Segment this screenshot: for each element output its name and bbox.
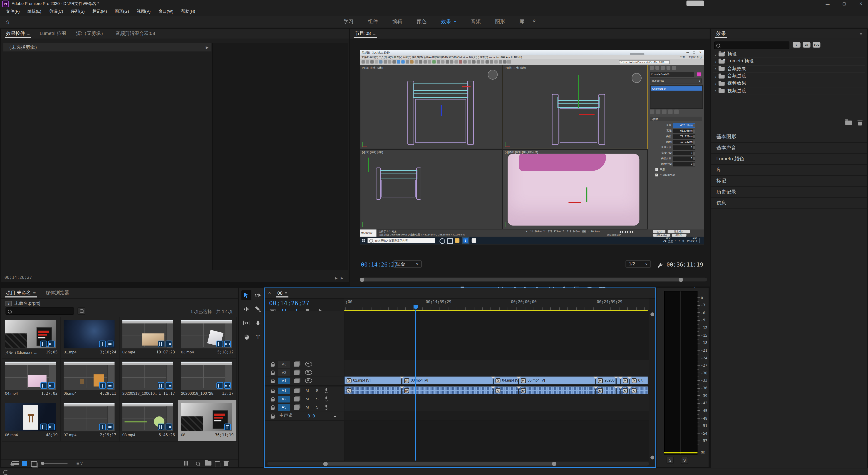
lane-V2[interactable]	[344, 368, 649, 377]
tool-type[interactable]: T	[253, 332, 263, 342]
panel-menu-icon[interactable]: ≡	[373, 31, 375, 36]
new-item-icon[interactable]	[215, 461, 220, 467]
tool-track-select[interactable]	[253, 291, 263, 300]
sync-lock-icon[interactable]	[294, 362, 299, 366]
track-header-A3[interactable]: A3 M S	[265, 403, 344, 412]
vscroll-handle-bottom[interactable]	[650, 456, 654, 460]
sort-icon[interactable]: ≡ ˅	[76, 461, 83, 466]
voiceover-record-icon[interactable]	[325, 388, 328, 393]
freeform-view-icon[interactable]	[31, 461, 37, 467]
chevron-right-icon[interactable]: ›	[713, 74, 719, 79]
tool-slip[interactable]	[241, 318, 251, 328]
project-item-1[interactable]: 01.mp43;10;24	[61, 317, 120, 359]
effects-tree-item-2[interactable]: › 音频效果	[713, 66, 865, 73]
voiceover-record-icon[interactable]	[325, 397, 328, 402]
settings-wrench-icon[interactable]	[657, 261, 663, 268]
track-target-A3[interactable]: A3	[278, 404, 290, 411]
close-sequence-icon[interactable]: ✕	[268, 291, 271, 295]
effects-tree-item-1[interactable]: › ★ Lumetri 预设	[713, 58, 865, 66]
track-header-V1[interactable]: V1	[265, 377, 344, 385]
lane-V1[interactable]: fx 02.mp4 [V] fx 03.mp4 [V] fx 04.mp4 [V…	[344, 377, 649, 385]
project-item-2[interactable]: 02.mp410;07;23	[120, 317, 178, 359]
hscroll-handle-right[interactable]	[552, 462, 556, 466]
lock-icon[interactable]	[271, 362, 275, 366]
panel-menu-icon[interactable]: ≡	[33, 291, 36, 296]
menu-item-1[interactable]: 编辑(E)	[24, 9, 45, 14]
sync-lock-icon[interactable]	[294, 388, 299, 393]
menu-item-7[interactable]: 窗口(W)	[154, 9, 177, 14]
lock-icon[interactable]	[271, 388, 275, 393]
workspace-tab-5[interactable]: 音频	[471, 18, 481, 25]
menu-item-4[interactable]: 标记(M)	[89, 9, 111, 14]
track-target-V3[interactable]: V3	[278, 361, 290, 367]
track-target-A2[interactable]: A2	[278, 396, 290, 402]
sync-lock-icon[interactable]	[294, 405, 299, 409]
chevron-right-icon[interactable]: ›	[713, 59, 719, 64]
lane-A2[interactable]	[344, 395, 649, 404]
lock-icon[interactable]	[271, 405, 275, 409]
panel-menu-icon[interactable]: ≡	[27, 31, 30, 36]
effect-controls-play-icons[interactable]: ▶ ▶	[335, 276, 344, 280]
time-ruler[interactable]: ;0000;14;59;2900;20;00;0000;24;59;29	[344, 299, 649, 310]
track-lanes[interactable]: fx 02.mp4 [V] fx 03.mp4 [V] fx 04.mp4 [V…	[344, 311, 649, 461]
workspace-overflow-icon[interactable]: »	[533, 17, 536, 23]
effects-tree-item-3[interactable]: › 音频过渡	[713, 73, 865, 80]
effects-tree-item-4[interactable]: › 视频效果	[713, 80, 865, 88]
track-target-A1[interactable]: A1	[278, 387, 290, 394]
workspace-tab-3[interactable]: 颜色	[417, 18, 427, 25]
monitor-zoom-scrollbar[interactable]	[360, 278, 707, 281]
fx-badge-icon[interactable]: fx	[623, 378, 627, 383]
automate-to-sequence-icon[interactable]	[184, 461, 189, 466]
collapsed-panel-2[interactable]: Lumetri 颜色	[711, 154, 867, 165]
menu-item-0[interactable]: 文件(F)	[2, 9, 24, 14]
maximize-button[interactable]: ▢	[837, 0, 851, 8]
effects-filter-badge-1[interactable]: 32	[803, 42, 810, 47]
track-header-A1[interactable]: A1 M S	[265, 386, 344, 395]
collapsed-panel-4[interactable]: 标记	[711, 176, 867, 187]
fx-badge-icon[interactable]: fx	[404, 388, 409, 393]
timeline-hscrollbar[interactable]	[267, 462, 649, 466]
lock-icon[interactable]	[271, 370, 275, 375]
audio-clip-0[interactable]: fx	[344, 387, 401, 395]
workspace-tab-0[interactable]: 学习	[344, 18, 353, 25]
new-custom-bin-icon[interactable]	[845, 121, 852, 125]
menu-item-3[interactable]: 序列(S)	[67, 9, 89, 14]
track-target-V1[interactable]: V1	[278, 377, 290, 384]
workspace-tab-7[interactable]: 库	[519, 18, 524, 25]
tool-ripple-edit[interactable]	[241, 304, 251, 314]
audio-clip-7[interactable]: fx	[629, 387, 648, 395]
lock-icon[interactable]	[271, 378, 275, 383]
lock-icon[interactable]	[271, 397, 275, 401]
timeline-timecode[interactable]: 00;14;26;27	[269, 300, 310, 307]
video-clip-3[interactable]: fx 05.mp4 [V]	[519, 377, 595, 384]
fx-badge-icon[interactable]: fx	[496, 388, 500, 393]
zoom-slider[interactable]	[42, 463, 67, 464]
project-item-6[interactable]: 20200318_100610...1;11;17	[120, 359, 178, 400]
track-header-V3[interactable]: V3	[265, 360, 344, 369]
expand-arrow-icon[interactable]: ▶	[206, 45, 209, 50]
fx-badge-icon[interactable]: fx	[496, 378, 500, 383]
fx-badge-icon[interactable]: fx	[598, 388, 603, 393]
solo-button[interactable]: S	[315, 397, 319, 401]
track-header-A2[interactable]: A2 M S	[265, 395, 344, 404]
toggle-track-output-icon[interactable]	[305, 362, 312, 367]
tab-sequence-08[interactable]: 08 ≡	[272, 288, 292, 298]
video-clip-7[interactable]: fx 07.	[629, 377, 648, 384]
mute-button[interactable]: M	[305, 389, 310, 393]
zoom-slider-knob[interactable]	[41, 462, 44, 465]
audio-clip-3[interactable]: fx	[519, 387, 595, 395]
find-icon[interactable]	[196, 462, 200, 466]
project-item-8[interactable]: 06.mp448;19	[2, 400, 61, 442]
playback-resolution-dropdown[interactable]: 1/2˅	[625, 261, 651, 268]
toggle-track-output-icon[interactable]	[305, 370, 312, 375]
mute-button[interactable]: M	[305, 405, 310, 409]
chevron-right-icon[interactable]: ›	[713, 89, 719, 94]
project-item-3[interactable]: 03.mp45;18;12	[178, 317, 237, 359]
solo-right-button[interactable]: S	[681, 456, 688, 464]
lane-A1[interactable]: fx fx fx fx fx fx fx	[344, 386, 649, 395]
collapsed-panel-6[interactable]: 信息	[711, 198, 867, 209]
voiceover-record-icon[interactable]	[325, 405, 328, 410]
project-breadcrumb[interactable]: ↥ 未命名.prproj	[5, 300, 40, 306]
fx-badge-icon[interactable]: fx	[623, 388, 627, 393]
collapsed-panel-3[interactable]: 库	[711, 165, 867, 176]
